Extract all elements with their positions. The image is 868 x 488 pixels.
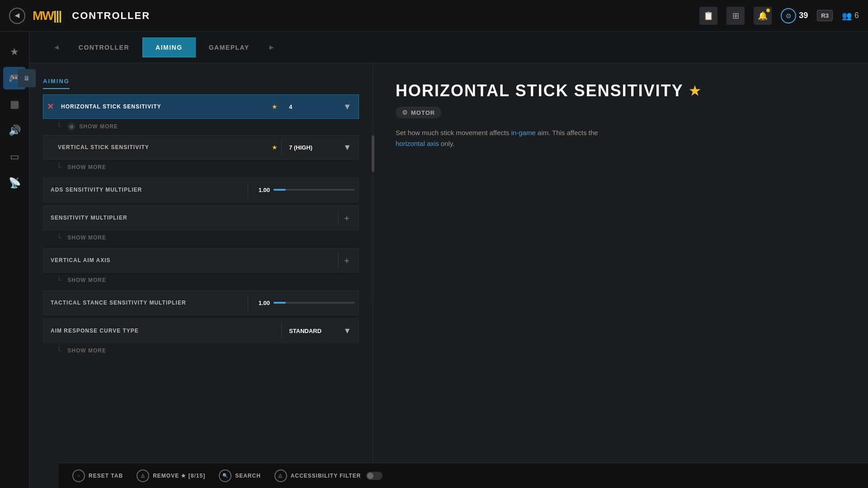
setting-tactical-stance[interactable]: TACTICAL STANCE SENSITIVITY MULTIPLIER 1… (43, 291, 359, 315)
remove-star-label: REMOVE ★ [8/15] (153, 473, 205, 479)
remove-star-action[interactable]: △ REMOVE ★ [8/15] (137, 469, 205, 482)
scrollbar-track (372, 122, 374, 303)
setting-label: AIM RESPONSE CURVE TYPE (43, 328, 281, 334)
indent-icon: └ (57, 347, 62, 355)
right-panel: HORIZONTAL STICK SENSITIVITY ★ ⚙ MOTOR S… (373, 63, 868, 488)
back-button[interactable]: ◄ (9, 8, 25, 24)
setting-label: ADS SENSITIVITY MULTIPLIER (43, 187, 248, 193)
setting-value: STANDARD (282, 328, 336, 334)
setting-sensitivity-multiplier[interactable]: SENSITIVITY MULTIPLIER ＋ (43, 206, 359, 230)
ads-slider-container: 1.00 (248, 187, 359, 193)
tab-controller[interactable]: CONTROLLER (66, 38, 142, 57)
setting-aim-response-curve[interactable]: AIM RESPONSE CURVE TYPE STANDARD ▼ (43, 319, 359, 343)
dropdown-icon: ▼ (336, 326, 359, 336)
sidebar: ★ 🎮 🖥 ▦ 🔊 ▭ 📡 (0, 32, 29, 488)
detail-star-icon: ★ (689, 84, 701, 99)
setting-label: VERTICAL STICK SENSITIVITY (43, 144, 272, 150)
sidebar-sub-icon: 🖥 (18, 69, 36, 87)
slider-track[interactable] (274, 302, 355, 304)
show-more-label: SHOW MORE (67, 235, 106, 241)
setting-vertical-aim-axis[interactable]: VERTICAL AIM AXIS ＋ (43, 248, 359, 272)
show-more-sensitivity[interactable]: └ SHOW MORE (43, 231, 359, 244)
indent-icon: └ (57, 122, 62, 131)
sidebar-item-keybinds[interactable]: ▦ (3, 93, 26, 116)
score-display: ⊙ 39 (781, 8, 808, 23)
desc-text-1: Set how much stick movement affects (396, 129, 511, 136)
setting-value: 4 (282, 103, 336, 110)
setting-ads-sensitivity[interactable]: ADS SENSITIVITY MULTIPLIER 1.00 (43, 178, 359, 202)
left-panel: AIMING ✕ HORIZONTAL STICK SENSITIVITY ★ … (29, 63, 373, 488)
accessibility-filter-action[interactable]: △ ACCESSIBILITY FILTER (274, 469, 383, 482)
detail-title-text: HORIZONTAL STICK SENSITIVITY (396, 81, 684, 100)
sidebar-item-display[interactable]: ▭ (3, 145, 26, 168)
expand-button[interactable]: ＋ (339, 210, 355, 226)
bell-icon[interactable]: 🔔 (754, 7, 772, 25)
score-icon: ⊙ (781, 8, 796, 23)
slider-value: 1.00 (252, 300, 270, 306)
star-icon: ★ (272, 144, 278, 151)
show-more-horizontal[interactable]: └ ⊙ SHOW MORE (43, 120, 359, 133)
friends-button[interactable]: 👥 6 (842, 11, 859, 21)
show-more-aim-axis[interactable]: └ SHOW MORE (43, 273, 359, 287)
reset-tab-label: RESET TAB (89, 473, 123, 479)
detail-description: Set how much stick movement affects in-g… (396, 127, 622, 149)
tab-aiming[interactable]: AIMING (142, 38, 196, 57)
r3-badge: R3 (817, 10, 833, 21)
search-action[interactable]: 🔍 SEARCH (219, 469, 261, 482)
motor-label: MOTOR (411, 109, 435, 116)
slider-value: 1.00 (252, 187, 270, 193)
tactical-slider-container: 1.00 (248, 300, 359, 306)
setting-label: SENSITIVITY MULTIPLIER (43, 215, 338, 221)
sidebar-item-audio[interactable]: 🔊 (3, 119, 26, 142)
tab-nav-left[interactable]: ◄ (47, 43, 66, 52)
accessibility-icon: △ (274, 469, 287, 482)
accessibility-label: ACCESSIBILITY FILTER (291, 473, 361, 479)
show-more-label: SHOW MORE (67, 164, 106, 170)
clipboard-icon[interactable]: 📋 (699, 7, 717, 25)
reset-tab-icon: ○ (72, 469, 85, 482)
desc-link-axis: horizontal axis (396, 140, 439, 147)
section-title: AIMING (43, 78, 70, 89)
tab-nav-right[interactable]: ► (263, 43, 281, 52)
motor-icon: ⚙ (402, 109, 408, 116)
setting-label: HORIZONTAL STICK SENSITIVITY (54, 103, 272, 110)
topbar-left: ◄ MW||| CONTROLLER (9, 8, 150, 24)
tab-gameplay[interactable]: GAMEPLAY (196, 38, 263, 57)
topbar-right: 📋 ⊞ 🔔 ⊙ 39 R3 👥 6 (699, 7, 859, 25)
expand-button[interactable]: ＋ (339, 252, 355, 268)
show-more-vertical[interactable]: └ SHOW MORE (43, 160, 359, 174)
search-label: SEARCH (235, 473, 261, 479)
bottom-bar: ○ RESET TAB △ REMOVE ★ [8/15] 🔍 SEARCH △… (59, 463, 868, 488)
friends-count: 6 (854, 11, 859, 20)
setting-vertical-stick-sensitivity[interactable]: VERTICAL STICK SENSITIVITY ★ 7 (HIGH) ▼ (43, 135, 359, 160)
reset-tab-action[interactable]: ○ RESET TAB (72, 469, 123, 482)
sidebar-item-controller[interactable]: 🎮 🖥 (3, 67, 26, 89)
slider-fill (274, 189, 286, 191)
indent-icon: └ (57, 163, 62, 171)
dropdown-icon: ▼ (336, 143, 359, 152)
sidebar-item-network[interactable]: 📡 (3, 172, 26, 194)
star-icon: ★ (272, 103, 278, 110)
topbar: ◄ MW||| CONTROLLER 📋 ⊞ 🔔 ⊙ 39 R3 👥 6 (0, 0, 868, 32)
remove-star-icon: △ (137, 469, 149, 482)
show-more-curve[interactable]: └ SHOW MORE (43, 344, 359, 357)
setting-value: 7 (HIGH) (282, 144, 336, 151)
setting-horizontal-stick-sensitivity[interactable]: ✕ HORIZONTAL STICK SENSITIVITY ★ 4 ▼ (43, 94, 359, 119)
dropdown-icon: ▼ (336, 102, 359, 112)
desc-text-2: aim. This affects the (536, 129, 598, 136)
score-value: 39 (799, 11, 808, 20)
main-content: ◄ CONTROLLER AIMING GAMEPLAY ► AIMING ✕ … (29, 32, 868, 488)
x-icon: ✕ (47, 102, 54, 112)
indent-icon: └ (57, 276, 62, 284)
slider-track[interactable] (274, 189, 355, 191)
sidebar-item-favorites[interactable]: ★ (3, 41, 26, 63)
desc-text-3: only. (439, 140, 455, 147)
search-icon: 🔍 (219, 469, 231, 482)
grid-icon[interactable]: ⊞ (726, 7, 745, 25)
show-more-label: SHOW MORE (67, 277, 106, 283)
accessibility-toggle[interactable] (366, 472, 382, 480)
scrollbar-thumb[interactable] (372, 136, 374, 172)
setting-label: TACTICAL STANCE SENSITIVITY MULTIPLIER (43, 300, 248, 306)
show-more-icon: ⊙ (67, 122, 75, 131)
tabs-bar: ◄ CONTROLLER AIMING GAMEPLAY ► (29, 32, 868, 63)
